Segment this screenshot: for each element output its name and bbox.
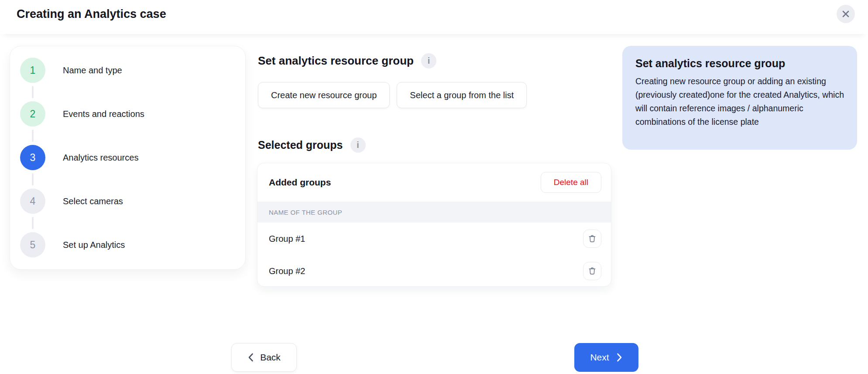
step-label: Select cameras	[63, 196, 123, 206]
delete-group-button[interactable]	[583, 262, 601, 280]
stepper-item-events-and-reactions[interactable]: 2 Events and reactions	[10, 101, 245, 127]
stepper-connector	[32, 173, 34, 185]
trash-icon	[587, 234, 597, 244]
step-label: Analytics resources	[63, 153, 138, 163]
stepper-item-analytics-resources[interactable]: 3 Analytics resources	[10, 145, 245, 170]
help-panel: Set analytics resource group Creating ne…	[622, 46, 857, 150]
stepper-item-set-up-analytics[interactable]: 5 Set up Analytics	[10, 232, 245, 257]
stepper-item-select-cameras[interactable]: 4 Select cameras	[10, 189, 245, 214]
info-icon[interactable]: i	[350, 137, 366, 153]
next-button[interactable]: Next	[574, 343, 638, 372]
delete-group-button[interactable]	[583, 230, 601, 248]
group-name: Group #1	[269, 234, 305, 244]
help-panel-title: Set analytics resource group	[635, 57, 844, 70]
step-number-badge: 2	[20, 101, 45, 127]
chevron-left-icon	[247, 353, 254, 362]
wizard-stepper: 1 Name and type 2 Events and reactions 3…	[10, 46, 246, 270]
step-number-badge: 4	[20, 189, 45, 214]
chevron-right-icon	[616, 353, 623, 362]
back-button[interactable]: Back	[231, 343, 297, 372]
selected-groups-section-title: Selected groups	[258, 139, 343, 151]
step-label: Set up Analytics	[63, 240, 125, 250]
stepper-connector	[32, 86, 34, 98]
modal-header: Creating an Analytics case	[0, 0, 868, 34]
step-number-badge: 1	[20, 58, 45, 83]
trash-icon	[587, 266, 597, 276]
stepper-connector	[32, 217, 34, 229]
step-number-badge: 5	[20, 232, 45, 257]
back-button-label: Back	[260, 352, 281, 363]
create-analytics-case-modal: Creating an Analytics case 1 Name and ty…	[0, 0, 868, 374]
info-icon[interactable]: i	[421, 53, 436, 69]
table-row: Group #1	[257, 223, 611, 255]
resource-group-section-header: Set analytics resource group i	[258, 53, 436, 69]
added-groups-title: Added groups	[269, 177, 331, 188]
resource-group-section-title: Set analytics resource group	[258, 54, 414, 68]
stepper-connector	[32, 130, 34, 142]
step-label: Events and reactions	[63, 109, 144, 119]
added-groups-header: Added groups Delete all	[257, 163, 611, 202]
group-table-column-header: NAME OF THE GROUP	[257, 202, 611, 223]
create-new-resource-group-button[interactable]: Create new resource group	[258, 82, 390, 108]
table-row: Group #2	[257, 255, 611, 287]
group-name: Group #2	[269, 266, 305, 276]
step-label: Name and type	[63, 65, 122, 75]
select-group-from-list-button[interactable]: Select a group from the list	[397, 82, 527, 108]
step-number-badge: 3	[20, 145, 45, 170]
added-groups-card: Added groups Delete all NAME OF THE GROU…	[257, 163, 611, 287]
page-title: Creating an Analytics case	[17, 7, 166, 21]
next-button-label: Next	[590, 352, 609, 363]
close-icon	[841, 10, 850, 18]
stepper-item-name-and-type[interactable]: 1 Name and type	[10, 58, 245, 83]
resource-group-actions: Create new resource group Select a group…	[258, 82, 527, 108]
close-button[interactable]	[837, 5, 855, 23]
selected-groups-section-header: Selected groups i	[258, 137, 366, 153]
delete-all-button[interactable]: Delete all	[541, 172, 601, 193]
help-panel-description: Creating new resource group or adding an…	[635, 75, 844, 129]
